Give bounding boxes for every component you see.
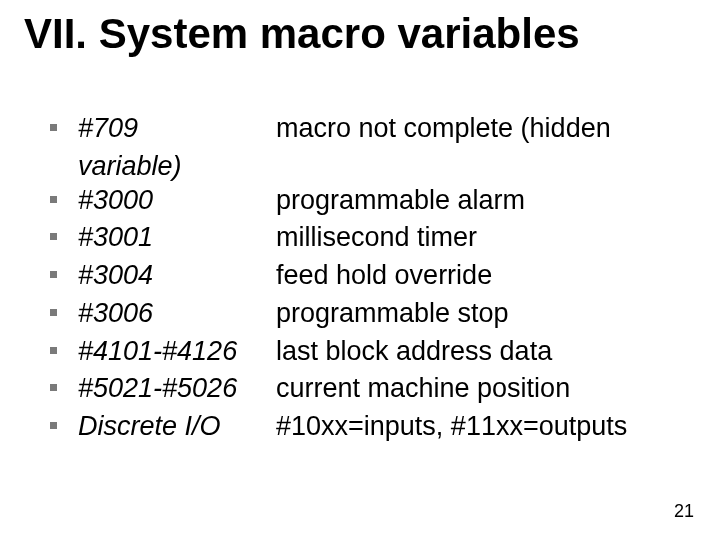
macro-description: macro not complete (hidden: [276, 112, 690, 146]
slide-body: #709 macro not complete (hidden variable…: [50, 112, 690, 448]
page-number: 21: [674, 501, 694, 522]
macro-variable: #709: [78, 112, 276, 146]
list-item: #709 macro not complete (hidden: [50, 112, 690, 146]
list-item: #3006 programmable stop: [50, 297, 690, 331]
macro-variable: #3000: [78, 184, 276, 218]
macro-description: last block address data: [276, 335, 690, 369]
bullet-icon: [50, 112, 78, 131]
macro-description: #10xx=inputs, #11xx=outputs: [276, 410, 690, 444]
bullet-icon: [50, 259, 78, 278]
bullet-icon: [50, 297, 78, 316]
slide-title: VII. System macro variables: [24, 10, 696, 58]
macro-variable: Discrete I/O: [78, 410, 276, 444]
list-item: #3000 programmable alarm: [50, 184, 690, 218]
macro-variable: #3006: [78, 297, 276, 331]
macro-description: programmable alarm: [276, 184, 690, 218]
macro-variable: #3001: [78, 221, 276, 255]
slide: VII. System macro variables #709 macro n…: [0, 0, 720, 540]
list-item: #4101-#4126 last block address data: [50, 335, 690, 369]
list-item: #3004 feed hold override: [50, 259, 690, 293]
macro-description: feed hold override: [276, 259, 690, 293]
macro-variable-wrap: variable): [50, 150, 690, 184]
macro-description: programmable stop: [276, 297, 690, 331]
bullet-icon: [50, 372, 78, 391]
bullet-icon: [50, 335, 78, 354]
macro-variable: #4101-#4126: [78, 335, 276, 369]
macro-description: millisecond timer: [276, 221, 690, 255]
list-item: #5021-#5026 current machine position: [50, 372, 690, 406]
macro-description: current machine position: [276, 372, 690, 406]
macro-variable: #5021-#5026: [78, 372, 276, 406]
bullet-icon: [50, 410, 78, 429]
bullet-icon: [50, 184, 78, 203]
bullet-icon: [50, 221, 78, 240]
list-item: #3001 millisecond timer: [50, 221, 690, 255]
macro-variable: #3004: [78, 259, 276, 293]
list-item: Discrete I/O #10xx=inputs, #11xx=outputs: [50, 410, 690, 444]
